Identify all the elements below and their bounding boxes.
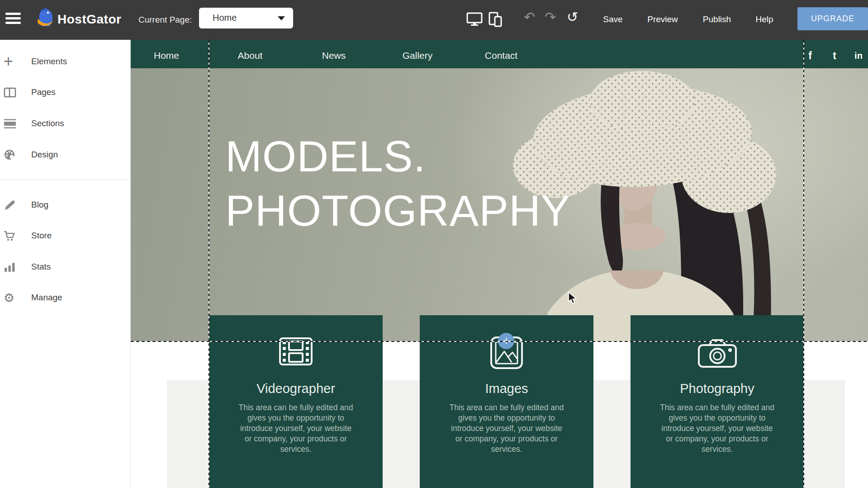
history-icon[interactable]: ↺ xyxy=(567,9,578,25)
upgrade-button[interactable]: UPGRADE xyxy=(797,7,868,30)
card-title: Videographer xyxy=(209,381,383,396)
hostgator-logo-icon xyxy=(36,7,55,28)
site-nav-contact[interactable]: Contact xyxy=(485,44,517,68)
current-page-label: Current Page: xyxy=(138,15,192,25)
hero-title-line2: PHOTOGRAPHY xyxy=(225,184,571,238)
help-button[interactable]: Help xyxy=(755,14,773,24)
facebook-icon[interactable]: f xyxy=(808,44,812,68)
page-select-dropdown[interactable]: Home xyxy=(199,8,293,28)
builder-sidebar: + Elements Pages Sections Design Blog xyxy=(0,40,131,488)
hamburger-menu-icon[interactable] xyxy=(5,13,23,27)
page-select-value: Home xyxy=(213,13,237,23)
sidebar-label: Pages xyxy=(31,83,56,101)
pages-icon xyxy=(4,86,16,99)
publish-button[interactable]: Publish xyxy=(703,14,731,24)
chevron-down-icon xyxy=(278,16,285,20)
site-navbar: Home About News Gallery Contact f t in xyxy=(131,40,868,68)
sidebar-divider xyxy=(0,180,131,180)
sidebar-label: Stats xyxy=(31,258,51,276)
sidebar-label: Design xyxy=(31,146,58,164)
mouse-cursor xyxy=(567,292,579,305)
sidebar-item-pages[interactable]: Pages xyxy=(0,83,131,101)
sidebar-item-manage[interactable]: ⚙ Manage xyxy=(0,289,131,307)
brand-name: HostGator xyxy=(57,12,121,27)
sidebar-item-stats[interactable]: Stats xyxy=(0,258,131,276)
hero-title[interactable]: MODELS. PHOTOGRAPHY xyxy=(225,129,571,238)
preview-button[interactable]: Preview xyxy=(647,14,678,24)
undo-icon[interactable]: ↶ xyxy=(524,9,535,25)
sidebar-label: Manage xyxy=(31,289,62,307)
site-nav-news[interactable]: News xyxy=(322,44,346,68)
card-body: This area can be fully edited and gives … xyxy=(236,403,356,455)
palette-icon xyxy=(4,149,16,161)
sidebar-item-store[interactable]: Store xyxy=(0,227,131,245)
site-preview-canvas: Home About News Gallery Contact f t in xyxy=(131,40,868,488)
camera-icon xyxy=(697,338,737,369)
bar-chart-icon xyxy=(4,261,16,274)
sidebar-item-blog[interactable]: Blog xyxy=(0,196,131,214)
hero-section[interactable]: MODELS. PHOTOGRAPHY xyxy=(131,68,868,341)
sidebar-label: Elements xyxy=(31,52,67,71)
card-title: Images xyxy=(420,381,593,396)
gear-icon: ⚙ xyxy=(4,292,16,304)
selection-border-left xyxy=(209,40,209,488)
selection-border-bottom xyxy=(131,341,868,342)
plus-icon: + xyxy=(4,56,16,68)
sections-icon xyxy=(4,118,16,130)
desktop-preview-icon[interactable] xyxy=(466,12,483,27)
twitter-icon[interactable]: t xyxy=(833,44,836,68)
save-button[interactable]: Save xyxy=(603,14,622,24)
site-nav-about[interactable]: About xyxy=(238,44,263,68)
hero-title-line1: MODELS. xyxy=(225,129,571,184)
card-body: This area can be fully edited and gives … xyxy=(658,403,777,455)
selection-border-right xyxy=(803,40,804,488)
pencil-icon xyxy=(4,199,16,212)
site-nav-gallery[interactable]: Gallery xyxy=(403,44,433,68)
sidebar-item-design[interactable]: Design xyxy=(0,146,131,164)
sidebar-item-elements[interactable]: + Elements xyxy=(0,52,131,71)
site-nav-home[interactable]: Home xyxy=(154,44,179,68)
linkedin-icon[interactable]: in xyxy=(854,44,863,68)
sidebar-label: Sections xyxy=(31,114,64,133)
card-body: This area can be fully edited and gives … xyxy=(447,403,566,455)
sidebar-label: Store xyxy=(31,227,52,245)
sidebar-label: Blog xyxy=(31,196,48,214)
mobile-preview-icon[interactable] xyxy=(489,12,503,27)
redo-icon[interactable]: ↷ xyxy=(545,9,556,25)
top-toolbar: HostGator Current Page: Home ↶ ↷ ↺ Save … xyxy=(0,0,868,40)
card-title: Photography xyxy=(631,381,804,396)
cart-icon xyxy=(4,230,16,242)
sidebar-item-sections[interactable]: Sections xyxy=(0,114,131,133)
